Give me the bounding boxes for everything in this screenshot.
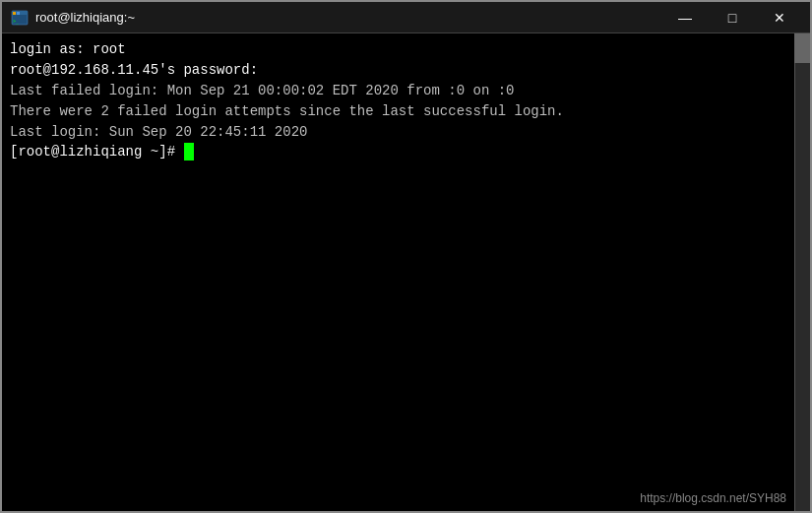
svg-rect-2 bbox=[13, 12, 16, 15]
scrollbar[interactable] bbox=[794, 33, 810, 511]
terminal-line-3: Last failed login: Mon Sep 21 00:00:02 E… bbox=[10, 81, 802, 101]
svg-rect-3 bbox=[17, 12, 20, 15]
svg-text:>_: >_ bbox=[13, 18, 20, 25]
window-controls: — □ ✕ bbox=[662, 3, 802, 32]
terminal-line-2: root@192.168.11.45's password: bbox=[10, 60, 802, 81]
close-button[interactable]: ✕ bbox=[757, 3, 802, 32]
prompt-text: [root@lizhiqiang ~]# bbox=[10, 144, 183, 160]
terminal-line-4: There were 2 failed login attempts since… bbox=[10, 101, 802, 122]
titlebar: >_ root@lizhiqiang:~ — □ ✕ bbox=[2, 2, 810, 33]
maximize-button[interactable]: □ bbox=[710, 3, 755, 32]
terminal-line-1: login as: root bbox=[10, 39, 802, 60]
scrollbar-thumb[interactable] bbox=[794, 33, 810, 63]
watermark: https://blog.csdn.net/SYH88 bbox=[640, 491, 786, 505]
titlebar-icon: >_ bbox=[10, 8, 30, 28]
terminal-window: >_ root@lizhiqiang:~ — □ ✕ login as: roo… bbox=[0, 0, 812, 513]
prompt-line: [root@lizhiqiang ~]# bbox=[10, 143, 802, 160]
terminal-line-5: Last login: Sun Sep 20 22:45:11 2020 bbox=[10, 122, 802, 143]
window-title: root@lizhiqiang:~ bbox=[35, 10, 662, 25]
terminal-body[interactable]: login as: root root@192.168.11.45's pass… bbox=[2, 33, 810, 511]
minimize-button[interactable]: — bbox=[662, 3, 708, 32]
cursor bbox=[184, 143, 194, 160]
